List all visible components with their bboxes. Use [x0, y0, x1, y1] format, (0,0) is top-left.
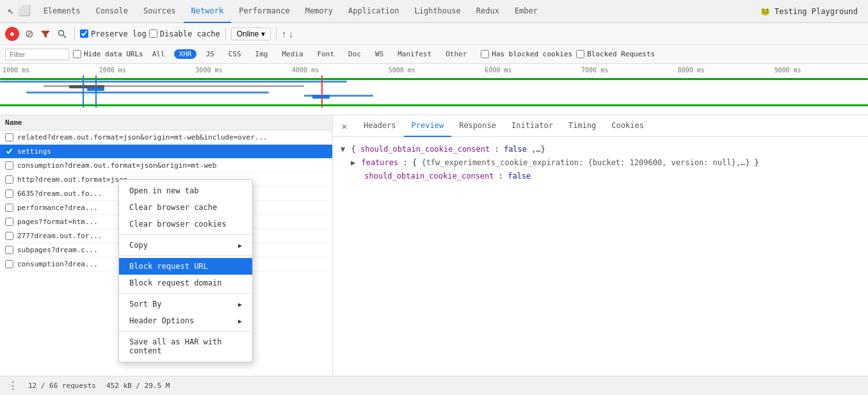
filter-button[interactable]: [38, 27, 52, 41]
online-dropdown[interactable]: Online ▾: [231, 28, 271, 40]
filter-type-img[interactable]: Img: [250, 49, 273, 59]
item-name-0: related?dream.out.format=json&origin=mt-…: [17, 133, 327, 141]
svg-marker-0: [41, 31, 50, 38]
ctx-copy-label: Copy: [129, 241, 148, 250]
tab-sources[interactable]: Sources: [136, 0, 184, 23]
download-button[interactable]: ↓: [289, 29, 293, 39]
chevron-down-icon: ▾: [261, 29, 265, 38]
testing-playground-btn[interactable]: 🐸 Testing Playground: [753, 7, 865, 16]
timeline-visual[interactable]: [0, 76, 868, 108]
preserve-log-checkbox[interactable]: [80, 29, 88, 38]
tl-marker-blue-1: [83, 76, 84, 108]
item-checkbox-8[interactable]: [5, 246, 13, 254]
item-checkbox-9[interactable]: [5, 260, 13, 268]
ctx-header-label: Header Options: [129, 316, 194, 325]
filter-type-ws[interactable]: WS: [370, 49, 389, 59]
hide-data-urls-checkbox[interactable]: [73, 50, 81, 58]
search-button[interactable]: [55, 27, 69, 41]
has-blocked-cookies-label[interactable]: Has blocked cookies: [481, 50, 572, 58]
main-content: Name related?dream.out.format=json&origi…: [0, 115, 868, 376]
item-checkbox-3[interactable]: [5, 175, 13, 184]
status-dots[interactable]: ⋮: [8, 380, 18, 392]
tab-memory[interactable]: Memory: [298, 0, 341, 23]
tl-label-4: 5000 ms: [386, 67, 483, 74]
ctx-block-domain[interactable]: Block request domain: [119, 275, 252, 291]
ctx-copy-arrow: ▶: [238, 242, 242, 249]
filter-type-js[interactable]: JS: [200, 49, 219, 59]
detail-tab-preview[interactable]: Preview: [404, 115, 452, 137]
item-checkbox-1[interactable]: [5, 147, 13, 156]
stop-button[interactable]: ⊘: [22, 27, 36, 41]
filter-input[interactable]: [5, 49, 69, 60]
has-blocked-cookies-checkbox[interactable]: [481, 50, 489, 58]
network-item-2[interactable]: consumption?dream.out.format=json&origin…: [0, 159, 332, 173]
ctx-divider-3: [119, 293, 252, 294]
context-menu: Open in new tab Clear browser cache Clea…: [118, 179, 253, 362]
ctx-save-har[interactable]: Save all as HAR with content: [119, 334, 252, 359]
tl-bar-blue2: [26, 92, 269, 93]
disable-cache-label[interactable]: Disable cache: [149, 29, 220, 38]
tab-performance[interactable]: Performance: [231, 0, 297, 23]
detail-tab-timing[interactable]: Timing: [561, 115, 604, 137]
filter-type-doc[interactable]: Doc: [343, 49, 366, 59]
tab-application[interactable]: Application: [341, 0, 406, 23]
detail-tab-response[interactable]: Response: [451, 115, 504, 137]
tab-network[interactable]: Network: [184, 0, 232, 23]
record-button[interactable]: ●: [5, 27, 19, 41]
filter-type-media[interactable]: Media: [277, 49, 308, 59]
toolbar: ● ⊘ Preserve log Disable cache Online ▾ …: [0, 23, 868, 45]
tl-bar-blue: [0, 81, 347, 83]
ctx-open-new-tab[interactable]: Open in new tab: [119, 182, 252, 199]
detail-tab-initiator[interactable]: Initiator: [504, 115, 561, 137]
ctx-clear-cookies[interactable]: Clear browser cookies: [119, 216, 252, 232]
blocked-requests-checkbox[interactable]: [576, 50, 584, 58]
disable-cache-checkbox[interactable]: [149, 29, 157, 38]
divider2: [225, 28, 226, 40]
item-checkbox-4[interactable]: [5, 189, 13, 198]
tl-bar-green-bottom: [0, 104, 868, 106]
item-checkbox-5[interactable]: [5, 204, 13, 212]
item-checkbox-6[interactable]: [5, 218, 13, 226]
preserve-log-label[interactable]: Preserve log: [80, 29, 147, 38]
filter-type-font[interactable]: Font: [312, 49, 340, 59]
json-expand-features[interactable]: ▶: [351, 157, 355, 169]
ctx-sort-by[interactable]: Sort By ▶: [119, 296, 252, 312]
json-features: ▶ features : { {tfw_experiments_cookie_e…: [351, 157, 860, 169]
ctx-block-url[interactable]: Block request URL: [119, 258, 252, 275]
ctx-copy[interactable]: Copy ▶: [119, 237, 252, 254]
filter-type-css[interactable]: CSS: [223, 49, 246, 59]
blocked-requests-label[interactable]: Blocked Requests: [576, 50, 655, 58]
item-checkbox-2[interactable]: [5, 161, 13, 170]
filter-type-xhr[interactable]: XHR: [174, 49, 197, 59]
json-root: ▼ { should_obtain_cookie_consent : false…: [341, 143, 860, 156]
tab-elements[interactable]: Elements: [36, 0, 88, 23]
preserve-log-text: Preserve log: [91, 29, 147, 38]
ctx-divider-4: [119, 331, 252, 332]
ctx-header-options[interactable]: Header Options ▶: [119, 312, 252, 329]
tab-redux[interactable]: Redux: [469, 0, 507, 23]
detail-tab-headers[interactable]: Headers: [356, 115, 404, 137]
network-item-0[interactable]: related?dream.out.format=json&origin=mt-…: [0, 131, 332, 145]
upload-button[interactable]: ↑: [282, 29, 286, 39]
detail-tab-cookies[interactable]: Cookies: [604, 115, 652, 137]
tl-label-5: 6000 ms: [482, 67, 579, 74]
ctx-clear-cache[interactable]: Clear browser cache: [119, 199, 252, 216]
disable-cache-text: Disable cache: [160, 29, 220, 38]
filter-row: Hide data URLs All XHR JS CSS Img Media …: [0, 45, 868, 64]
column-name-label: Name: [5, 118, 22, 127]
filter-type-other[interactable]: Other: [440, 49, 472, 59]
item-checkbox-7[interactable]: [5, 232, 13, 240]
filter-type-manifest[interactable]: Manifest: [392, 49, 437, 59]
network-list-header: Name: [0, 115, 332, 131]
network-item-1[interactable]: settings: [0, 145, 332, 159]
tl-bar-green-top: [0, 78, 868, 80]
item-checkbox-0[interactable]: [5, 133, 13, 141]
filter-type-all[interactable]: All: [147, 49, 170, 59]
close-detail-button[interactable]: ✕: [338, 120, 351, 133]
tab-lighthouse[interactable]: Lighthouse: [407, 0, 469, 23]
ctx-divider-2: [119, 255, 252, 256]
json-expand-root[interactable]: ▼: [341, 143, 345, 156]
tab-console[interactable]: Console: [88, 0, 136, 23]
tab-ember[interactable]: Ember: [507, 0, 545, 23]
hide-data-urls-label[interactable]: Hide data URLs: [73, 50, 143, 58]
